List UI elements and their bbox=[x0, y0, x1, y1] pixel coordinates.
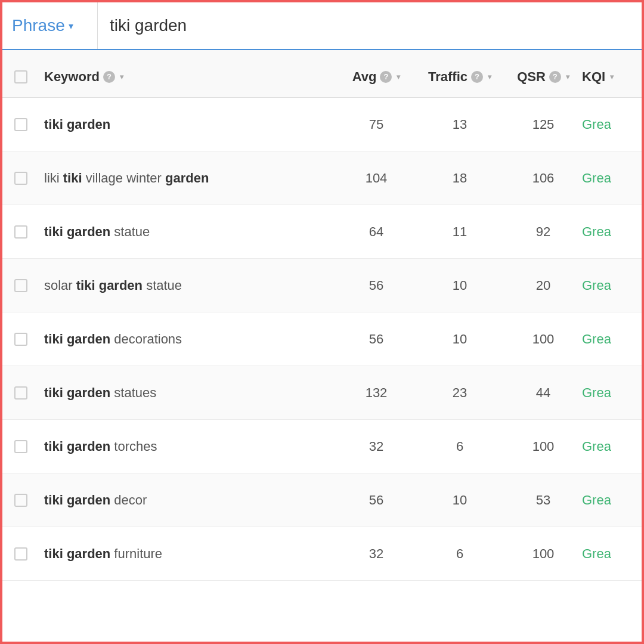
kqi-cell: Grea bbox=[582, 117, 630, 132]
avg-cell: 56 bbox=[338, 332, 415, 347]
keyword-col-label: Keyword ? ▾ bbox=[44, 69, 338, 85]
traffic-cell: 10 bbox=[415, 493, 504, 508]
qsr-label-text: QSR bbox=[517, 69, 546, 85]
table-header-row: Keyword ? ▾ Avg ? ▾ Traffic ? ▾ QSR ? ▾ bbox=[2, 50, 642, 98]
phrase-dropdown[interactable]: Phrase ▾ bbox=[2, 2, 98, 49]
keyword-cell: tiki garden statue bbox=[44, 224, 338, 240]
row-checkbox[interactable] bbox=[14, 172, 27, 185]
row-checkbox[interactable] bbox=[14, 333, 27, 346]
table-row: tiki garden decorations5610100Grea bbox=[2, 312, 642, 366]
qsr-cell: 125 bbox=[504, 117, 582, 132]
avg-cell: 132 bbox=[338, 385, 415, 401]
avg-cell: 56 bbox=[338, 278, 415, 293]
keyword-normal-segment: statues bbox=[110, 385, 156, 400]
col-header-keyword: Keyword ? ▾ bbox=[44, 69, 338, 85]
keyword-cell: tiki garden decorations bbox=[44, 332, 338, 347]
keyword-normal-segment: village winter bbox=[82, 171, 165, 185]
keyword-bold-segment: tiki garden bbox=[44, 385, 110, 400]
avg-cell: 56 bbox=[338, 493, 415, 508]
row-checkbox-col bbox=[14, 494, 44, 507]
avg-info-icon[interactable]: ? bbox=[380, 71, 392, 83]
qsr-cell: 106 bbox=[504, 171, 582, 186]
kqi-cell: Grea bbox=[582, 385, 630, 401]
keyword-normal-segment: liki bbox=[44, 171, 63, 185]
qsr-cell: 100 bbox=[504, 546, 582, 562]
kqi-sort-icon[interactable]: ▾ bbox=[610, 73, 614, 81]
qsr-sort-icon[interactable]: ▾ bbox=[566, 73, 569, 81]
traffic-cell: 10 bbox=[415, 278, 504, 293]
row-checkbox-col bbox=[14, 279, 44, 292]
keyword-cell: solar tiki garden statue bbox=[44, 278, 338, 293]
keyword-cell: liki tiki village winter garden bbox=[44, 171, 338, 186]
qsr-info-icon[interactable]: ? bbox=[549, 71, 561, 83]
col-header-kqi: KQI ▾ bbox=[582, 69, 630, 85]
keyword-normal-segment: furniture bbox=[110, 546, 162, 561]
table-row: tiki garden torches326100Grea bbox=[2, 420, 642, 473]
keyword-info-icon[interactable]: ? bbox=[103, 71, 115, 83]
qsr-cell: 44 bbox=[504, 385, 582, 401]
chevron-down-icon: ▾ bbox=[69, 20, 73, 32]
keyword-normal-segment: statue bbox=[143, 278, 182, 293]
traffic-cell: 18 bbox=[415, 171, 504, 186]
traffic-sort-icon[interactable]: ▾ bbox=[488, 73, 491, 81]
phrase-label: Phrase bbox=[12, 16, 65, 35]
row-checkbox[interactable] bbox=[14, 440, 27, 453]
select-all-checkbox[interactable] bbox=[14, 70, 27, 83]
keyword-bold-segment: garden bbox=[165, 171, 209, 185]
keyword-bold-segment: tiki garden bbox=[76, 278, 143, 293]
keyword-bold-segment: tiki garden bbox=[44, 117, 110, 132]
kqi-col-label: KQI ▾ bbox=[582, 69, 630, 85]
keyword-cell: tiki garden statues bbox=[44, 385, 338, 401]
keyword-bold-segment: tiki garden bbox=[44, 546, 110, 561]
keyword-bold-segment: tiki garden bbox=[44, 439, 110, 454]
keyword-bold-segment: tiki garden bbox=[44, 224, 110, 239]
kqi-label-text: KQI bbox=[582, 69, 605, 85]
avg-cell: 32 bbox=[338, 546, 415, 562]
row-checkbox[interactable] bbox=[14, 118, 27, 131]
keyword-normal-segment: statue bbox=[110, 224, 150, 239]
col-header-qsr: QSR ? ▾ bbox=[504, 69, 582, 85]
row-checkbox[interactable] bbox=[14, 547, 27, 561]
kqi-cell: Grea bbox=[582, 171, 630, 186]
kqi-cell: Grea bbox=[582, 546, 630, 562]
table-row: solar tiki garden statue561020Grea bbox=[2, 259, 642, 312]
row-checkbox[interactable] bbox=[14, 386, 27, 400]
col-header-avg: Avg ? ▾ bbox=[338, 69, 415, 85]
row-checkbox[interactable] bbox=[14, 225, 27, 239]
kqi-cell: Grea bbox=[582, 224, 630, 240]
keyword-normal-segment: solar bbox=[44, 278, 76, 293]
avg-cell: 32 bbox=[338, 439, 415, 454]
keyword-table: Keyword ? ▾ Avg ? ▾ Traffic ? ▾ QSR ? ▾ bbox=[2, 50, 642, 581]
table-row: tiki garden furniture326100Grea bbox=[2, 527, 642, 581]
traffic-cell: 13 bbox=[415, 117, 504, 132]
table-row: liki tiki village winter garden10418106G… bbox=[2, 151, 642, 205]
qsr-col-label: QSR ? ▾ bbox=[504, 69, 582, 85]
traffic-cell: 23 bbox=[415, 385, 504, 401]
avg-col-label: Avg ? ▾ bbox=[338, 69, 415, 85]
row-checkbox-col bbox=[14, 440, 44, 453]
avg-sort-icon[interactable]: ▾ bbox=[397, 73, 400, 81]
keyword-cell: tiki garden bbox=[44, 117, 338, 132]
keyword-bold-segment: tiki garden bbox=[44, 493, 110, 507]
keyword-normal-segment: decor bbox=[110, 493, 147, 507]
row-checkbox[interactable] bbox=[14, 279, 27, 292]
keyword-cell: tiki garden furniture bbox=[44, 546, 338, 562]
keyword-normal-segment: torches bbox=[110, 439, 157, 454]
row-checkbox-col bbox=[14, 172, 44, 185]
row-checkbox-col bbox=[14, 547, 44, 561]
kqi-cell: Grea bbox=[582, 332, 630, 347]
traffic-info-icon[interactable]: ? bbox=[471, 71, 483, 83]
traffic-cell: 10 bbox=[415, 332, 504, 347]
qsr-cell: 92 bbox=[504, 224, 582, 240]
traffic-cell: 6 bbox=[415, 546, 504, 562]
keyword-sort-icon[interactable]: ▾ bbox=[120, 73, 123, 81]
qsr-cell: 20 bbox=[504, 278, 582, 293]
qsr-cell: 100 bbox=[504, 332, 582, 347]
qsr-cell: 53 bbox=[504, 493, 582, 508]
search-input[interactable] bbox=[98, 2, 642, 49]
col-header-traffic: Traffic ? ▾ bbox=[415, 69, 504, 85]
row-checkbox[interactable] bbox=[14, 494, 27, 507]
header-checkbox-col bbox=[14, 70, 44, 83]
keyword-cell: tiki garden torches bbox=[44, 439, 338, 454]
traffic-label-text: Traffic bbox=[428, 69, 467, 85]
